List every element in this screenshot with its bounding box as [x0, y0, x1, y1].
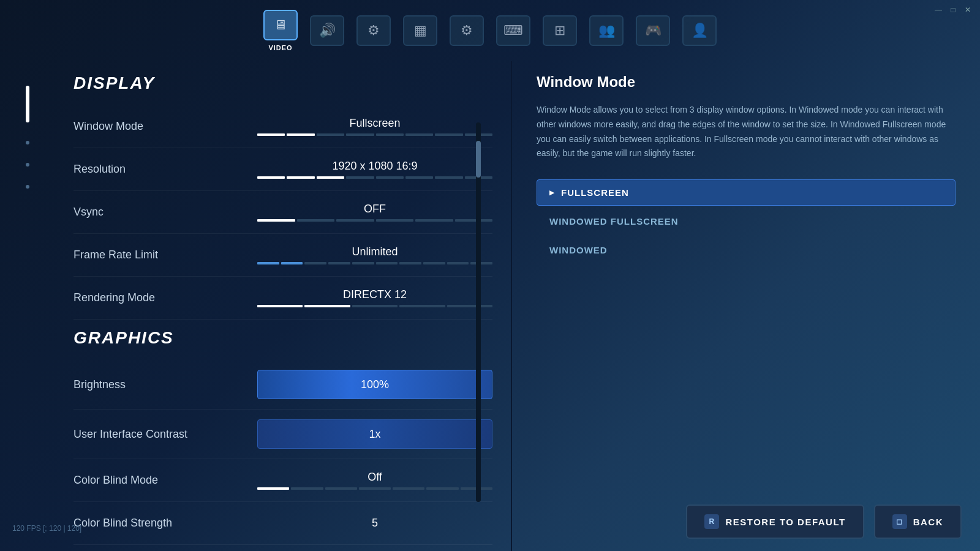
- slider-seg: [470, 262, 492, 264]
- display-section-title: DISPLAY: [74, 73, 492, 93]
- option-fullscreen[interactable]: ▶ FULLSCREEN: [537, 179, 956, 206]
- slider-seg: [423, 262, 445, 264]
- rendering-control[interactable]: DIRECTX 12: [257, 288, 492, 307]
- scroll-dot-3: [26, 185, 29, 189]
- nav-item-gamepad[interactable]: 🎮: [636, 15, 670, 46]
- sidebar: [0, 61, 55, 551]
- nav-item-social[interactable]: ⊞: [543, 15, 577, 46]
- ui-contrast-control[interactable]: 1x: [257, 419, 492, 449]
- setting-color-blind-strength: Color Blind Strength 5: [74, 502, 492, 545]
- nav-item-audio[interactable]: 🔊: [310, 15, 344, 46]
- minimize-button[interactable]: —: [933, 5, 943, 15]
- vsync-control[interactable]: OFF: [257, 203, 492, 222]
- close-button[interactable]: ✕: [963, 5, 973, 15]
- ui-contrast-label: User Interface Contrast: [74, 428, 257, 441]
- slider-seg: [435, 176, 462, 179]
- brightness-label: Brightness: [74, 378, 257, 391]
- framerate-slider[interactable]: [257, 262, 492, 264]
- framerate-value: Unlimited: [352, 246, 398, 258]
- nav-item-controls[interactable]: ⚙: [356, 15, 391, 46]
- vsync-value: OFF: [364, 203, 386, 216]
- slider-seg: [435, 133, 462, 136]
- restore-default-button[interactable]: R RESTORE TO DEFAULT: [686, 504, 864, 539]
- color-blind-slider[interactable]: [257, 487, 492, 490]
- back-button[interactable]: ◻ BACK: [874, 504, 962, 539]
- nav-item-profile[interactable]: 👤: [682, 15, 717, 46]
- rendering-label: Rendering Mode: [74, 291, 257, 304]
- window-mode-control[interactable]: Fullscreen: [257, 117, 492, 136]
- option-arrow-icon: ▶: [549, 189, 555, 196]
- resolution-value: 1920 x 1080 16:9: [332, 160, 417, 173]
- friends-icon: 👥: [589, 15, 624, 46]
- slider-seg: [426, 487, 458, 490]
- vsync-label: Vsync: [74, 206, 257, 219]
- option-windowed[interactable]: WINDOWED: [537, 237, 956, 263]
- setting-color-blind: Color Blind Mode Off: [74, 459, 492, 502]
- nav-item-interface[interactable]: ⚙: [450, 15, 484, 46]
- back-label: BACK: [913, 517, 943, 527]
- slider-seg: [287, 133, 314, 136]
- slider-seg: [257, 133, 285, 136]
- slider-seg: [447, 305, 492, 307]
- slider-seg: [346, 133, 374, 136]
- slider-seg: [352, 262, 374, 264]
- bottom-bar: R RESTORE TO DEFAULT ◻ BACK: [686, 504, 962, 539]
- slider-seg: [455, 219, 493, 222]
- rendering-slider[interactable]: [257, 305, 492, 307]
- contrast-bar[interactable]: 1x: [257, 419, 492, 449]
- main-content: DISPLAY Window Mode Fullscreen Re: [0, 61, 980, 551]
- maximize-button[interactable]: □: [948, 5, 958, 15]
- slider-seg: [257, 305, 303, 307]
- setting-window-mode: Window Mode Fullscreen: [74, 105, 492, 148]
- interface-icon: ⚙: [450, 15, 484, 46]
- video-icon: 🖥: [263, 10, 298, 40]
- slider-seg: [415, 219, 453, 222]
- nav-item-bindings[interactable]: ▦: [403, 15, 437, 46]
- audio-icon: 🔊: [310, 15, 344, 46]
- slider-seg: [405, 133, 433, 136]
- setting-resolution: Resolution 1920 x 1080 16:9: [74, 148, 492, 191]
- slider-seg: [359, 487, 391, 490]
- slider-seg: [325, 487, 357, 490]
- settings-panel: DISPLAY Window Mode Fullscreen Re: [55, 61, 511, 551]
- slider-seg: [297, 219, 335, 222]
- gamepad-icon: 🎮: [636, 15, 670, 46]
- slider-seg: [376, 176, 404, 179]
- keybindings-icon: ▦: [403, 15, 437, 46]
- window-mode-slider[interactable]: [257, 133, 492, 136]
- nav-item-friends[interactable]: 👥: [589, 15, 624, 46]
- brightness-value: 100%: [361, 378, 389, 391]
- color-blind-strength-control[interactable]: 5: [257, 517, 492, 530]
- fps-counter: 120 FPS [; 120 | 120]: [12, 524, 81, 533]
- brightness-bar[interactable]: 100%: [257, 370, 492, 399]
- slider-seg: [399, 262, 421, 264]
- setting-vsync: Vsync OFF: [74, 191, 492, 234]
- back-icon: ◻: [892, 514, 907, 529]
- color-blind-value: Off: [368, 471, 382, 484]
- framerate-control[interactable]: Unlimited: [257, 246, 492, 264]
- resolution-control[interactable]: 1920 x 1080 16:9: [257, 160, 492, 179]
- keyboard-icon: ⌨: [496, 15, 530, 46]
- graphics-section-title: GRAPHICS: [74, 328, 492, 348]
- vsync-slider[interactable]: [257, 219, 492, 222]
- controls-icon: ⚙: [356, 15, 391, 46]
- setting-ui-contrast: User Interface Contrast 1x: [74, 410, 492, 459]
- profile-icon: 👤: [682, 15, 717, 46]
- nav-item-video[interactable]: 🖥 VIDEO: [263, 10, 298, 51]
- color-blind-label: Color Blind Mode: [74, 474, 257, 487]
- brightness-control[interactable]: 100%: [257, 370, 492, 399]
- color-blind-control[interactable]: Off: [257, 471, 492, 490]
- slider-seg: [287, 176, 314, 179]
- scrollbar[interactable]: [476, 122, 481, 502]
- nav-item-keyboard[interactable]: ⌨: [496, 15, 530, 46]
- social-icon: ⊞: [543, 15, 577, 46]
- restore-default-label: RESTORE TO DEFAULT: [725, 517, 845, 527]
- setting-brightness: Brightness 100%: [74, 360, 492, 410]
- slider-seg: [399, 305, 445, 307]
- slider-seg: [447, 262, 469, 264]
- option-windowed-fullscreen[interactable]: WINDOWED FULLSCREEN: [537, 208, 956, 234]
- scroll-thumb[interactable]: [476, 141, 481, 178]
- scroll-dot-1: [26, 141, 29, 144]
- slider-seg: [352, 305, 398, 307]
- resolution-slider[interactable]: [257, 176, 492, 179]
